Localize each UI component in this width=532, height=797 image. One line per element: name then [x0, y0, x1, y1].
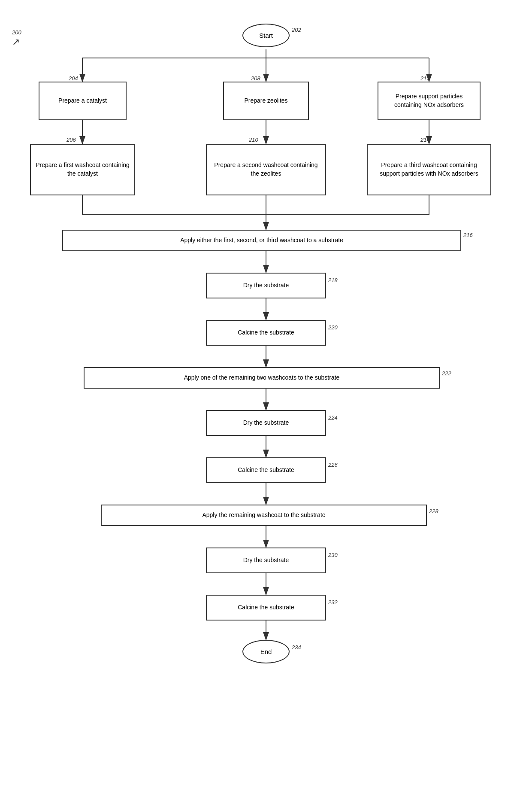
- node-216: Apply either the first, second, or third…: [62, 230, 461, 251]
- ref-202: 202: [292, 27, 301, 33]
- node-214-label: Prepare a third washcoat containing supp…: [372, 161, 486, 178]
- ref-222: 222: [442, 370, 451, 377]
- node-230-label: Dry the substrate: [243, 556, 289, 565]
- start-node: Start: [242, 24, 290, 47]
- node-226-label: Calcine the substrate: [238, 466, 294, 475]
- node-210-label: Prepare a second washcoat containing the…: [211, 161, 321, 178]
- node-208-label: Prepare zeolites: [244, 97, 287, 105]
- diagram-ref-200: 200: [12, 29, 21, 36]
- node-228: Apply the remaining washcoat to the subs…: [101, 505, 427, 526]
- node-206: Prepare a first washcoat containing the …: [30, 144, 135, 195]
- end-label: End: [260, 648, 272, 655]
- node-216-label: Apply either the first, second, or third…: [180, 236, 343, 245]
- end-node: End: [242, 640, 290, 663]
- node-228-label: Apply the remaining washcoat to the subs…: [202, 511, 325, 520]
- ref-214: 214: [420, 137, 430, 143]
- diagram-arrow: ↗: [12, 37, 20, 48]
- ref-228: 228: [429, 508, 438, 514]
- node-208: Prepare zeolites: [223, 82, 309, 120]
- ref-220: 220: [328, 324, 338, 331]
- node-212: Prepare support particles containing NOx…: [378, 82, 481, 120]
- node-210: Prepare a second washcoat containing the…: [206, 144, 326, 195]
- ref-234: 234: [292, 644, 301, 651]
- node-206-label: Prepare a first washcoat containing the …: [35, 161, 130, 178]
- ref-208: 208: [251, 75, 260, 82]
- start-label: Start: [259, 32, 273, 39]
- node-224: Dry the substrate: [206, 410, 326, 436]
- node-222-label: Apply one of the remaining two washcoats…: [184, 374, 340, 382]
- node-204-label: Prepare a catalyst: [58, 97, 107, 105]
- node-230: Dry the substrate: [206, 548, 326, 573]
- ref-206: 206: [66, 137, 76, 143]
- node-232: Calcine the substrate: [206, 595, 326, 621]
- ref-204: 204: [69, 75, 78, 82]
- ref-226: 226: [328, 462, 338, 468]
- node-212-label: Prepare support particles containing NOx…: [383, 92, 475, 109]
- node-220-label: Calcine the substrate: [238, 329, 294, 337]
- node-218-label: Dry the substrate: [243, 281, 289, 290]
- ref-216: 216: [463, 232, 473, 238]
- flowchart-diagram: 200 ↗ Start 202 Prepare a catalyst 204 P…: [0, 0, 532, 797]
- node-232-label: Calcine the substrate: [238, 603, 294, 612]
- node-220: Calcine the substrate: [206, 320, 326, 346]
- node-226: Calcine the substrate: [206, 457, 326, 483]
- ref-232: 232: [328, 599, 338, 605]
- ref-218: 218: [328, 277, 338, 283]
- node-218: Dry the substrate: [206, 273, 326, 298]
- ref-230: 230: [328, 552, 338, 558]
- node-214: Prepare a third washcoat containing supp…: [367, 144, 491, 195]
- node-224-label: Dry the substrate: [243, 419, 289, 427]
- node-204: Prepare a catalyst: [39, 82, 127, 120]
- node-222: Apply one of the remaining two washcoats…: [84, 367, 440, 389]
- ref-212: 212: [420, 75, 430, 82]
- ref-210: 210: [249, 137, 258, 143]
- ref-224: 224: [328, 414, 338, 421]
